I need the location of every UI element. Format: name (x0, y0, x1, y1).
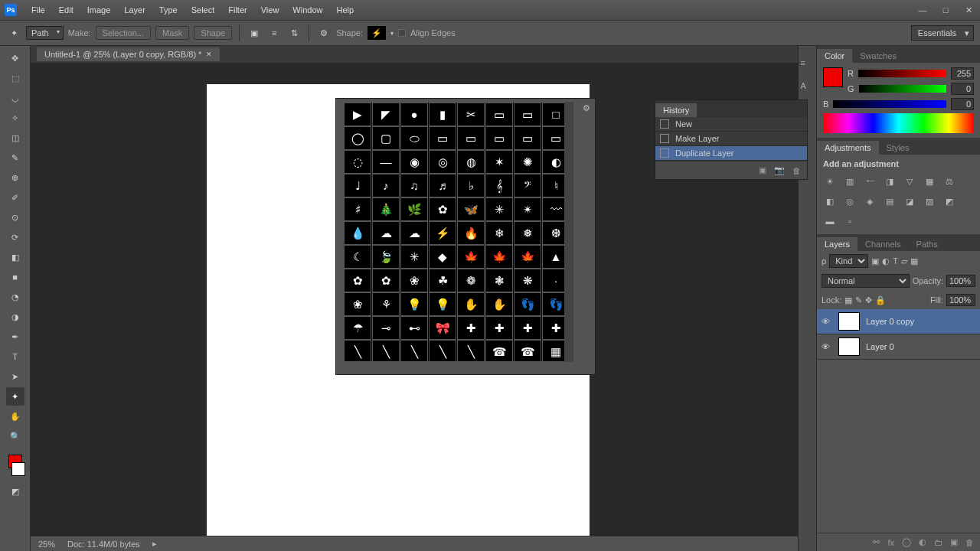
shape-thumbnail[interactable]: ☾ (344, 245, 371, 269)
layer-kind-select[interactable]: Kind (829, 254, 868, 268)
lock-transparent-icon[interactable]: ▦ (844, 295, 852, 305)
shape-thumbnail[interactable]: ◆ (429, 245, 456, 269)
menu-filter[interactable]: Filter (221, 5, 253, 15)
text-tool[interactable]: T (6, 347, 24, 366)
g-slider[interactable] (859, 85, 946, 93)
wand-tool[interactable]: ✧ (6, 109, 24, 127)
shape-thumbnail[interactable]: ✺ (514, 150, 541, 174)
brightness-icon[interactable]: ☀ (823, 174, 837, 188)
shape-thumbnail[interactable]: ✂ (457, 103, 485, 126)
shape-thumbnail[interactable]: ╲ (429, 340, 456, 361)
shape-thumbnail[interactable]: ❋ (514, 269, 541, 292)
menu-view[interactable]: View (254, 5, 286, 15)
shape-thumbnail[interactable]: — (372, 150, 400, 174)
shape-thumbnail[interactable]: ▶ (344, 103, 371, 126)
history-item[interactable]: New (655, 117, 807, 132)
shape-options-icon[interactable]: ⚙ (583, 103, 590, 113)
shape-thumbnail[interactable]: 🔥 (457, 221, 485, 245)
shape-thumbnail[interactable]: ☎ (514, 340, 541, 361)
bw-icon[interactable]: ◧ (823, 194, 837, 208)
shape-thumbnail[interactable]: ▭ (429, 126, 456, 150)
channels-tab[interactable]: Channels (858, 237, 908, 251)
doc-info[interactable]: Doc: 11.4M/0 bytes (67, 540, 140, 549)
shape-thumbnail[interactable]: 🍃 (372, 245, 400, 269)
close-button[interactable]: ✕ (957, 0, 980, 20)
shape-thumbnail[interactable]: 🎄 (372, 197, 400, 221)
layer-thumbnail[interactable] (838, 312, 860, 331)
menu-select[interactable]: Select (185, 5, 222, 15)
shape-thumbnail[interactable]: ╲ (372, 340, 400, 361)
lock-position-icon[interactable]: ✥ (865, 295, 872, 305)
shape-thumbnail[interactable]: ✿ (429, 197, 456, 221)
hue-icon[interactable]: ▦ (923, 174, 936, 188)
pen-tool[interactable]: ✒ (6, 328, 24, 346)
workspace-selector[interactable]: Essentials (911, 25, 974, 41)
character-dock-icon[interactable]: A (801, 81, 815, 95)
shape-thumbnail[interactable]: ♭ (457, 174, 485, 197)
align-edges-checkbox[interactable] (398, 29, 406, 37)
lookup-icon[interactable]: ▤ (883, 194, 897, 208)
shape-thumbnail[interactable]: ✚ (457, 316, 485, 340)
shape-thumbnail[interactable]: ╲ (400, 340, 428, 361)
delete-layer-icon[interactable]: 🗑 (965, 538, 974, 547)
hand-tool[interactable]: ✋ (6, 407, 24, 425)
menu-image[interactable]: Image (80, 5, 118, 15)
shape-thumbnail[interactable]: ❄ (485, 221, 513, 245)
shape-thumbnail[interactable]: ◤ (372, 103, 400, 126)
close-tab-icon[interactable]: ✕ (206, 51, 212, 58)
curves-icon[interactable]: ⬳ (863, 174, 877, 188)
shape-thumbnail[interactable]: ❁ (457, 269, 485, 292)
history-item[interactable]: Duplicate Layer (655, 146, 807, 161)
custom-shape-tool[interactable]: ✦ (6, 387, 24, 406)
shape-thumbnail[interactable]: 𝄢 (514, 174, 541, 197)
zoom-display[interactable]: 25% (38, 540, 55, 549)
color-spectrum[interactable] (823, 113, 974, 133)
exposure-icon[interactable]: ◨ (883, 174, 897, 188)
color-tab[interactable]: Color (817, 49, 852, 63)
menu-help[interactable]: Help (329, 5, 361, 15)
eyedropper-tool[interactable]: ✎ (6, 148, 24, 167)
layer-item[interactable]: 👁 Layer 0 (817, 334, 980, 360)
marquee-tool[interactable]: ⬚ (6, 69, 24, 87)
shape-thumbnail[interactable]: ▭ (457, 126, 485, 150)
paths-tab[interactable]: Paths (909, 237, 946, 251)
shape-thumbnail[interactable]: ☁ (400, 221, 428, 245)
history-tab[interactable]: History (655, 103, 697, 117)
shape-thumbnail[interactable]: ✋ (457, 292, 485, 316)
shape-thumbnail[interactable]: ♬ (429, 174, 456, 197)
filter-type-icon[interactable]: T (893, 256, 898, 266)
path-mode-select[interactable]: Path (26, 26, 64, 40)
path-align-icon[interactable]: ≡ (266, 25, 282, 41)
shape-thumbnail[interactable]: ✿ (372, 269, 400, 292)
r-input[interactable] (951, 67, 974, 80)
shape-thumbnail[interactable]: ⬭ (400, 126, 428, 150)
g-input[interactable] (951, 83, 974, 95)
heal-tool[interactable]: ⊕ (6, 168, 24, 187)
adjustment-layer-icon[interactable]: ◐ (919, 537, 926, 547)
move-tool[interactable]: ✥ (6, 49, 24, 67)
zoom-tool[interactable]: 🔍 (6, 427, 24, 445)
shape-thumbnail[interactable]: ☁ (372, 221, 400, 245)
b-slider[interactable] (833, 100, 946, 108)
shape-thumbnail[interactable]: ▭ (485, 126, 513, 150)
styles-tab[interactable]: Styles (879, 141, 917, 155)
shape-thumbnail[interactable]: ✴ (514, 197, 541, 221)
fill-input[interactable] (946, 294, 975, 306)
document-tab[interactable]: Untitled-1 @ 25% (Layer 0 copy, RGB/8) *… (37, 47, 220, 61)
shape-thumbnail[interactable]: 💧 (344, 221, 371, 245)
shape-thumbnail[interactable]: ▢ (372, 126, 400, 150)
threshold-icon[interactable]: ◩ (942, 194, 956, 208)
menu-edit[interactable]: Edit (52, 5, 80, 15)
shape-thumbnail[interactable]: 🍁 (457, 245, 485, 269)
shape-thumbnail[interactable]: 👣 (514, 292, 541, 316)
shape-thumbnail[interactable]: ◉ (400, 150, 428, 174)
shape-thumbnail[interactable]: ◌ (344, 150, 371, 174)
shape-thumbnail[interactable]: 🍁 (514, 245, 541, 269)
shape-thumbnail[interactable]: ♩ (344, 174, 371, 197)
shape-thumbnail[interactable]: ▮ (429, 103, 456, 126)
shape-thumbnail[interactable]: ▭ (485, 103, 513, 126)
history-dock-icon[interactable]: ≡ (801, 58, 815, 72)
shape-thumbnail[interactable]: ♯ (344, 197, 371, 221)
shape-thumbnail[interactable]: 🍁 (485, 245, 513, 269)
mixer-icon[interactable]: ◈ (863, 194, 877, 208)
